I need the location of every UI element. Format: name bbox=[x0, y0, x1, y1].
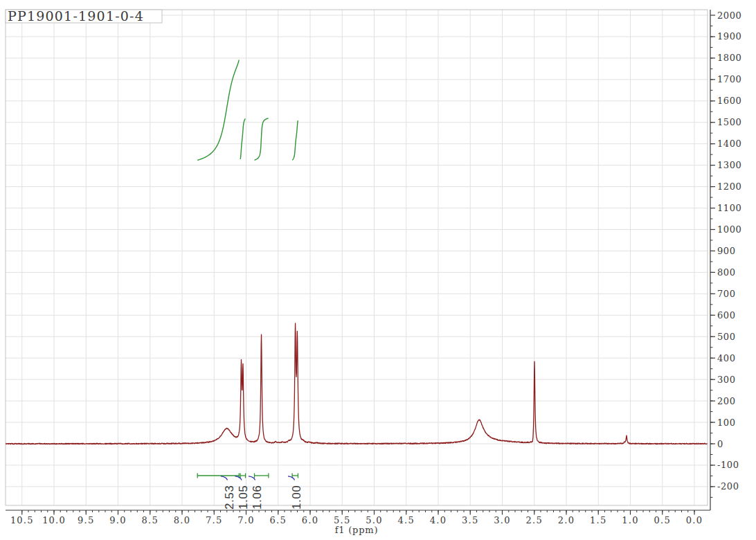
x-tick-label: 0.5 bbox=[654, 515, 671, 525]
integral-curve bbox=[197, 60, 239, 161]
integral-value-label: 1.06 bbox=[251, 485, 264, 510]
x-tick-label: 7.5 bbox=[206, 515, 222, 525]
y-tick-label: 600 bbox=[717, 310, 736, 321]
y-tick-label: 200 bbox=[717, 396, 736, 406]
y-tick-label: 1100 bbox=[717, 203, 741, 213]
integral-curve bbox=[240, 118, 245, 159]
y-tick-label: 1300 bbox=[717, 160, 741, 170]
integral-label-leader bbox=[288, 476, 295, 480]
grid-layer bbox=[6, 10, 708, 505]
integral-label-leader bbox=[221, 476, 228, 480]
spectrum-title: PP19001-1901-0-4 bbox=[8, 8, 144, 24]
plot-border bbox=[6, 10, 708, 505]
y-tick-label: 100 bbox=[717, 417, 736, 428]
y-tick-label: 1700 bbox=[717, 74, 741, 84]
x-tick-label: 6.0 bbox=[302, 515, 318, 525]
y-tick-label: 1600 bbox=[717, 96, 741, 106]
x-tick-label: 1.5 bbox=[590, 515, 606, 525]
spectrum-layer bbox=[6, 323, 707, 444]
integral-value-label: 1.05 bbox=[237, 485, 250, 510]
x-tick-label: 6.5 bbox=[270, 515, 287, 525]
integral-curve bbox=[292, 120, 298, 160]
integral-value-label: 2.53 bbox=[223, 485, 236, 510]
y-tick-label: 400 bbox=[717, 353, 736, 363]
x-tick-label: 7.0 bbox=[237, 515, 254, 525]
y-tick-label: 1900 bbox=[717, 31, 741, 42]
nmr-plot-canvas: 2.531.051.061.00 10.510.09.59.08.58.07.5… bbox=[0, 0, 756, 540]
nmr-spectrum-trace bbox=[6, 323, 707, 444]
y-tick-label: 1200 bbox=[717, 181, 741, 192]
x-tick-label: 3.5 bbox=[462, 515, 478, 525]
y-tick-label: 2000 bbox=[717, 10, 741, 21]
x-tick-label: 4.5 bbox=[398, 515, 415, 525]
y-tick-label: 700 bbox=[717, 289, 736, 299]
y-tick-label: -200 bbox=[717, 481, 739, 492]
x-tick-label: 0.0 bbox=[686, 515, 703, 525]
x-tick-label: 5.5 bbox=[334, 515, 350, 525]
y-tick-label: 900 bbox=[717, 246, 736, 256]
y-tick-label: 0 bbox=[717, 439, 723, 449]
y-axis: 2000190018001700160015001400130012001100… bbox=[710, 10, 741, 510]
x-axis: 10.510.09.59.08.58.07.57.06.56.05.55.04.… bbox=[6, 510, 710, 525]
integral-value-label: 1.00 bbox=[290, 485, 303, 510]
y-tick-label: 300 bbox=[717, 375, 736, 385]
title-box: PP19001-1901-0-4 bbox=[6, 8, 162, 24]
y-tick-label: 800 bbox=[717, 267, 736, 278]
x-tick-label: 2.0 bbox=[558, 515, 575, 525]
x-tick-label: 5.0 bbox=[366, 515, 382, 525]
x-axis-title: f1 (ppm) bbox=[335, 525, 379, 535]
x-tick-label: 10.5 bbox=[10, 515, 34, 525]
x-tick-label: 9.5 bbox=[78, 515, 94, 525]
x-tick-label: 8.5 bbox=[142, 515, 159, 525]
y-tick-label: 1000 bbox=[717, 224, 741, 235]
nmr-spectrum-figure: 2.531.051.061.00 10.510.09.59.08.58.07.5… bbox=[0, 0, 756, 540]
y-tick-label: 1400 bbox=[717, 138, 741, 149]
x-tick-label: 2.5 bbox=[526, 515, 543, 525]
x-tick-label: 3.0 bbox=[494, 515, 510, 525]
y-tick-label: 1500 bbox=[717, 117, 741, 127]
x-tick-label: 4.0 bbox=[430, 515, 447, 525]
y-tick-label: 1800 bbox=[717, 53, 741, 63]
x-tick-label: 8.0 bbox=[174, 515, 190, 525]
x-tick-label: 9.0 bbox=[109, 515, 126, 525]
x-tick-label: 10.0 bbox=[42, 515, 66, 525]
integral-curve bbox=[255, 118, 269, 161]
x-tick-label: 1.0 bbox=[622, 515, 638, 525]
y-tick-label: 500 bbox=[717, 332, 736, 342]
y-tick-label: -100 bbox=[717, 460, 739, 470]
